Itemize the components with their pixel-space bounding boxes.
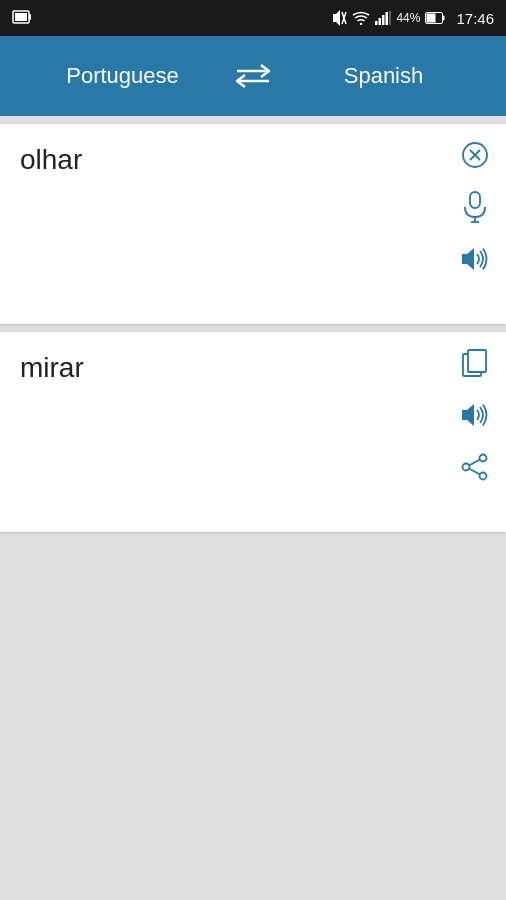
svg-rect-20 bbox=[470, 192, 480, 208]
svg-point-6 bbox=[360, 23, 362, 25]
target-card: mirar bbox=[0, 332, 506, 532]
svg-marker-23 bbox=[462, 248, 474, 270]
wifi-icon bbox=[352, 11, 370, 25]
content-area: olhar bbox=[0, 116, 506, 900]
source-language-label[interactable]: Portuguese bbox=[20, 63, 225, 89]
svg-rect-14 bbox=[427, 14, 436, 23]
svg-rect-25 bbox=[468, 350, 486, 372]
svg-rect-11 bbox=[389, 11, 391, 25]
target-text: mirar bbox=[20, 352, 492, 384]
mute-icon bbox=[331, 9, 347, 27]
copy-button[interactable] bbox=[458, 346, 492, 380]
speaker-button-source[interactable] bbox=[458, 242, 492, 276]
battery-indicator: 44% bbox=[396, 11, 420, 25]
status-icons: 44% 17:46 bbox=[331, 9, 494, 27]
status-bar-left-icon bbox=[12, 10, 32, 26]
status-bar: 44% 17:46 bbox=[0, 0, 506, 36]
svg-rect-10 bbox=[386, 12, 389, 25]
svg-rect-9 bbox=[382, 15, 385, 25]
svg-line-30 bbox=[469, 460, 479, 466]
target-card-icons bbox=[458, 346, 492, 484]
battery-icon bbox=[425, 12, 445, 24]
svg-rect-1 bbox=[29, 14, 31, 20]
clear-button[interactable] bbox=[458, 138, 492, 172]
svg-marker-26 bbox=[462, 404, 474, 426]
status-time: 17:46 bbox=[456, 10, 494, 27]
signal-icon bbox=[375, 11, 391, 25]
microphone-button[interactable] bbox=[458, 190, 492, 224]
svg-rect-7 bbox=[375, 21, 378, 25]
svg-rect-2 bbox=[15, 13, 27, 21]
svg-rect-8 bbox=[379, 18, 382, 25]
source-card: olhar bbox=[0, 124, 506, 324]
swap-languages-button[interactable] bbox=[235, 62, 271, 90]
svg-marker-3 bbox=[333, 10, 340, 26]
source-card-icons bbox=[458, 138, 492, 276]
target-language-label[interactable]: Spanish bbox=[281, 63, 486, 89]
svg-point-29 bbox=[463, 464, 470, 471]
speaker-button-target[interactable] bbox=[458, 398, 492, 432]
svg-rect-13 bbox=[443, 16, 445, 21]
svg-point-28 bbox=[480, 473, 487, 480]
share-button[interactable] bbox=[458, 450, 492, 484]
source-text: olhar bbox=[20, 144, 492, 176]
svg-point-27 bbox=[480, 455, 487, 462]
language-selector-bar: Portuguese Spanish bbox=[0, 36, 506, 116]
svg-line-31 bbox=[469, 469, 479, 475]
